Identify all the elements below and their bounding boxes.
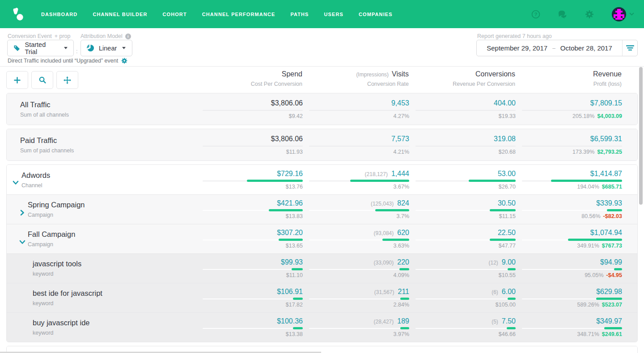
nav-item-paths[interactable]: PATHS — [290, 12, 309, 17]
visits-value: 189 — [397, 317, 409, 325]
cell-spend: $106.91$17.82 — [196, 283, 303, 312]
metric-bar-track — [522, 181, 622, 181]
search-button[interactable] — [31, 71, 53, 89]
column-header-visits[interactable]: (Impressions)VisitsConversion Rate — [302, 70, 409, 87]
count-prefix: (28,427) — [374, 319, 394, 325]
gear-icon[interactable] — [585, 10, 594, 19]
expand-chevron-icon[interactable] — [19, 238, 25, 246]
date-filter-button[interactable] — [622, 40, 637, 56]
revenue-value: $6,599.31 — [590, 135, 622, 143]
add-channel-button[interactable] — [6, 71, 28, 89]
table-row-buy-javascript-ide[interactable]: buy javascript ide keyword $100.36$13.38… — [7, 312, 637, 342]
conversion-event-select[interactable]: Started Trial — [7, 40, 74, 56]
table-row-all-traffic[interactable]: All Traffic Sum of all channels $3,806.0… — [7, 93, 637, 125]
nav-item-companies[interactable]: COMPANIES — [359, 12, 393, 17]
attribution-model-select[interactable]: Linear — [80, 40, 132, 56]
caret-down-icon — [122, 47, 126, 49]
metric-bar — [508, 298, 516, 300]
revenue-value: $349.97 — [596, 317, 622, 325]
nav-item-channel-builder[interactable]: CHANNEL BUILDER — [93, 12, 147, 17]
visits-sub-value: 4.21% — [394, 149, 409, 155]
user-menu[interactable] — [612, 7, 634, 21]
metric-bar — [382, 239, 409, 241]
cell-revenue: $629.98589.26%$523.07 — [516, 283, 622, 312]
chat-icon[interactable] — [558, 10, 567, 19]
date-range-picker: September 29, 2017 – October 28, 2017 — [476, 40, 638, 56]
nav-item-channel-performance[interactable]: CHANNEL PERFORMANCE — [202, 12, 275, 17]
table-row-fall-campaign[interactable]: Fall Campaign Campaign $307.20$13.65(93,… — [7, 224, 637, 253]
metric-bar — [247, 180, 303, 182]
cell-revenue: $344.07 — [516, 346, 622, 353]
add-prop-link[interactable]: + prop — [55, 33, 71, 39]
spend-sub-value: $9.42 — [289, 113, 303, 119]
help-icon[interactable]: ? — [531, 10, 540, 19]
spend-value: $307.20 — [277, 229, 303, 237]
visits-value: 824 — [397, 199, 409, 207]
column-header-revenue[interactable]: RevenueProfit (loss) — [515, 70, 622, 87]
metric-bar — [596, 298, 622, 300]
row-name-cell: buy javascript ide keyword — [7, 313, 196, 342]
app-logo[interactable] — [10, 6, 26, 22]
revenue-sub-value: 95.05% — [585, 272, 603, 278]
revenue-value: $1,074.94 — [590, 229, 622, 237]
conversions-value: 404.00 — [494, 99, 516, 107]
avatar[interactable] — [612, 7, 626, 21]
spend-sub-value: $13.38 — [286, 331, 303, 337]
metric-bar-track — [415, 181, 516, 181]
row-name-cell: Fall Campaign Campaign — [7, 224, 196, 253]
metric-bar — [399, 268, 409, 270]
row-title: All Traffic — [20, 101, 196, 109]
report-generated-label: Report generated 7 hours ago — [477, 33, 552, 39]
cell-visits: 9,4534.27% — [303, 93, 409, 125]
filter-bar: Conversion Event + prop Attribution Mode… — [0, 28, 644, 67]
row-name-cell: Paid Traffic Sum of paid channels — [7, 129, 196, 160]
move-button[interactable] — [56, 71, 78, 89]
visits-sub-value: 3.63% — [394, 243, 409, 249]
cell-visits: (125,043)8243.7% — [303, 195, 409, 224]
conversions-sub-value: $26.70 — [499, 184, 516, 190]
count-prefix: (125,043) — [371, 201, 394, 207]
impressions-label: (Impressions) — [356, 71, 389, 78]
column-header-spend[interactable]: SpendCost Per Conversion — [196, 70, 302, 87]
spend-sub-value: $13.65 — [286, 243, 303, 249]
metric-bar-track — [203, 110, 303, 111]
cell-revenue: $6,599.31173.39%$2,793.25 — [516, 129, 622, 160]
cell-revenue: $349.97348.71%$249.61 — [516, 313, 622, 342]
nav-item-cohort[interactable]: COHORT — [162, 12, 186, 17]
table-row-javascript-tools[interactable]: javascript tools keyword $99.93$11.10(33… — [7, 253, 637, 283]
metric-bar-track — [415, 269, 516, 270]
nav-item-users[interactable]: USERS — [324, 12, 343, 17]
cell-revenue: $1,414.87194.04%$685.71 — [516, 165, 622, 194]
cell-spend: $100.36$13.38 — [196, 313, 303, 342]
date-range[interactable]: September 29, 2017 – October 28, 2017 — [477, 44, 622, 52]
visits-sub-value: 3.97% — [394, 331, 409, 337]
column-header-conversions[interactable]: ConversionsRevenue Per Conversion — [409, 70, 515, 87]
direct-traffic-note: Direct Traffic included until “Upgraded”… — [8, 58, 127, 64]
settings-gear-icon[interactable] — [121, 58, 127, 64]
cell-spend: $307.20$13.65 — [196, 224, 303, 253]
revenue-value: $339.93 — [596, 199, 622, 207]
metric-bar — [292, 268, 303, 270]
metric-bar-track — [522, 269, 622, 270]
vertical-scrollbar[interactable] — [639, 67, 643, 205]
metric-bar — [551, 180, 622, 182]
metric-bar-track — [309, 181, 409, 181]
cell-conversions: (12)9.00$10.55 — [409, 254, 516, 283]
spend-value: $3,806.06 — [271, 135, 303, 143]
table-row-spring-campaign[interactable]: Spring Campaign Campaign $421.96$13.83(1… — [7, 194, 637, 224]
table-row-adwords[interactable]: Adwords Channel $729.16$13.76(218,127)1,… — [7, 165, 637, 194]
nav-item-dashboard[interactable]: DASHBOARD — [41, 12, 77, 17]
profit-value: $767.73 — [602, 243, 622, 249]
info-icon[interactable]: i — [125, 34, 131, 39]
table-row-paid-traffic[interactable]: Paid Traffic Sum of paid channels $3,806… — [7, 129, 637, 160]
table-row-best-ide-for-javascript[interactable]: best ide for javascript keyword $106.91$… — [7, 283, 637, 312]
expand-chevron-icon[interactable] — [13, 179, 19, 187]
search-icon — [39, 76, 46, 84]
filter-lines-icon — [626, 45, 634, 51]
spend-value: $106.91 — [277, 288, 303, 296]
profit-value: -$82.03 — [603, 213, 622, 219]
conversions-value: 319.08 — [494, 135, 516, 143]
metric-bar-track — [203, 269, 303, 270]
spend-value: $99.93 — [281, 258, 303, 266]
expand-chevron-icon[interactable] — [19, 209, 25, 217]
